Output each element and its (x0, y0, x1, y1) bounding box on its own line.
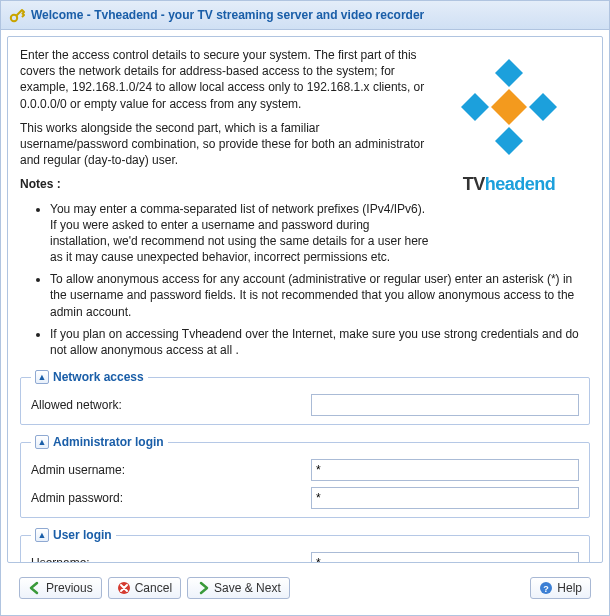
svg-marker-1 (495, 59, 523, 87)
allowed-network-input[interactable] (311, 394, 579, 416)
help-button[interactable]: ? Help (530, 577, 591, 599)
cancel-icon (117, 581, 131, 595)
admin-password-input[interactable] (311, 487, 579, 509)
username-label: Username: (31, 556, 311, 563)
svg-text:?: ? (544, 584, 550, 594)
svg-marker-4 (529, 93, 557, 121)
previous-button[interactable]: Previous (19, 577, 102, 599)
button-label: Save & Next (214, 581, 281, 595)
administrator-login-group: ▲ Administrator login Admin username: Ad… (20, 435, 590, 518)
svg-marker-3 (461, 93, 489, 121)
notes-list: You may enter a comma-separated list of … (20, 201, 590, 359)
cancel-button[interactable]: Cancel (108, 577, 181, 599)
legend-text: User login (53, 528, 112, 542)
group-legend: ▲ User login (31, 528, 116, 542)
group-legend: ▲ Network access (31, 370, 148, 384)
svg-marker-2 (495, 127, 523, 155)
notes-label: Notes : (20, 177, 61, 191)
collapse-toggle[interactable]: ▲ (35, 435, 49, 449)
admin-password-label: Admin password: (31, 491, 311, 505)
admin-username-input[interactable] (311, 459, 579, 481)
button-bar: Previous Cancel Save & Next ? Help (7, 569, 603, 609)
svg-marker-5 (491, 89, 527, 125)
collapse-toggle[interactable]: ▲ (35, 370, 49, 384)
arrow-left-icon (28, 581, 42, 595)
collapse-toggle[interactable]: ▲ (35, 528, 49, 542)
save-next-button[interactable]: Save & Next (187, 577, 290, 599)
help-icon: ? (539, 581, 553, 595)
tvheadend-logo: TVheadend (434, 57, 584, 207)
svg-point-0 (11, 15, 17, 21)
key-icon (9, 7, 25, 23)
note-item: You may enter a comma-separated list of … (50, 201, 590, 266)
note-item: To allow anonymous access for any accoun… (50, 271, 590, 320)
group-legend: ▲ Administrator login (31, 435, 168, 449)
allowed-network-label: Allowed network: (31, 398, 311, 412)
legend-text: Network access (53, 370, 144, 384)
admin-username-label: Admin username: (31, 463, 311, 477)
button-label: Cancel (135, 581, 172, 595)
arrow-right-icon (196, 581, 210, 595)
content-area: TVheadend Enter the access control detai… (7, 36, 603, 563)
username-input[interactable] (311, 552, 579, 563)
window-title: Welcome - Tvheadend - your TV streaming … (31, 8, 424, 22)
legend-text: Administrator login (53, 435, 164, 449)
wizard-window: Welcome - Tvheadend - your TV streaming … (0, 0, 610, 616)
network-access-group: ▲ Network access Allowed network: (20, 370, 590, 425)
button-label: Help (557, 581, 582, 595)
button-label: Previous (46, 581, 93, 595)
user-login-group: ▲ User login Username: Password: (20, 528, 590, 563)
titlebar: Welcome - Tvheadend - your TV streaming … (1, 1, 609, 30)
note-item: If you plan on accessing Tvheadend over … (50, 326, 590, 358)
logo-text: TVheadend (434, 174, 584, 195)
